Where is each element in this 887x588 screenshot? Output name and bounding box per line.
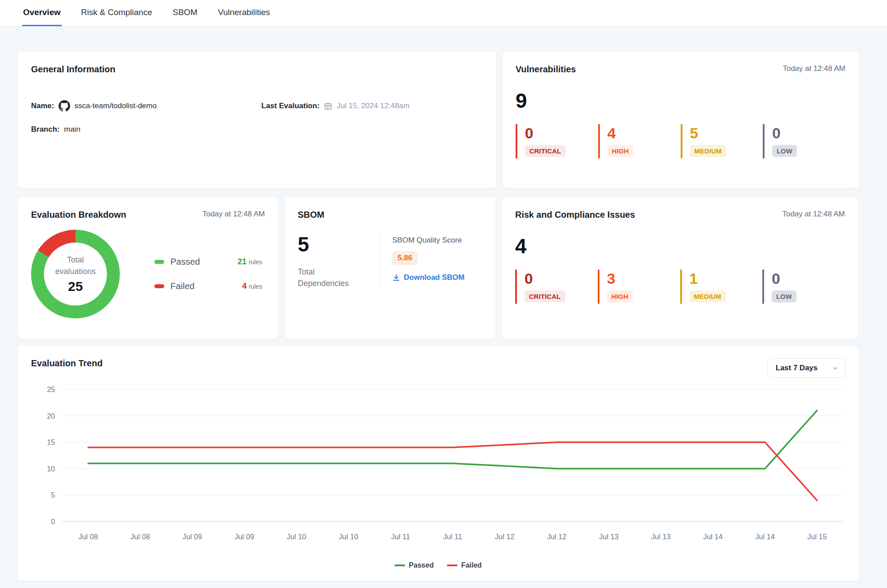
tab-overview[interactable]: Overview bbox=[22, 0, 62, 26]
download-sbom-label: Download SBOM bbox=[404, 273, 465, 282]
medium-badge: MEDIUM bbox=[690, 145, 726, 157]
date-range-value: Last 7 Days bbox=[776, 364, 818, 372]
general-information-title: General Information bbox=[31, 64, 115, 74]
calendar-icon bbox=[324, 102, 332, 110]
dashboard-page: Overview Risk & Compliance SBOM Vulnerab… bbox=[0, 0, 887, 588]
passed-label: Passed bbox=[170, 257, 200, 267]
last-evaluation-label: Last Evaluation: bbox=[261, 102, 319, 110]
last-evaluation-value: Jul 15, 2024 12:48am bbox=[337, 102, 410, 110]
risk-compliance-timestamp: Today at 12:48 AM bbox=[782, 210, 845, 219]
vulnerabilities-severity-row: 0 CRITICAL 4 HIGH 5 MEDIUM 0 LOW bbox=[516, 124, 845, 158]
sbom-quality-score-label: SBOM Quality Score bbox=[392, 236, 465, 245]
tab-sbom[interactable]: SBOM bbox=[172, 0, 198, 26]
general-information-card: General Information Name: ssca-team/todo… bbox=[18, 52, 496, 188]
evaluation-trend-chart: 0510152025Jul 08Jul 08Jul 09Jul 09Jul 10… bbox=[31, 383, 845, 561]
svg-text:Jul 14: Jul 14 bbox=[703, 533, 723, 541]
tab-vulnerabilities[interactable]: Vulnerabilities bbox=[217, 0, 271, 26]
risk-compliance-title: Risk and Compliance Issues bbox=[515, 210, 635, 220]
evaluation-trend-title: Evaluation Trend bbox=[31, 358, 102, 368]
last-evaluation-row: Last Evaluation: Jul 15, 2024 bbox=[261, 100, 483, 112]
legend-row-failed: Failed 4 rules bbox=[154, 281, 262, 291]
evaluation-breakdown-card: Evaluation Breakdown Today at 12:48 AM T… bbox=[18, 197, 278, 339]
failed-line-swatch bbox=[447, 564, 457, 566]
svg-text:Jul 11: Jul 11 bbox=[391, 533, 410, 541]
failed-swatch bbox=[154, 284, 164, 288]
download-icon bbox=[392, 274, 400, 282]
date-range-dropdown[interactable]: Last 7 Days bbox=[767, 358, 845, 378]
trend-legend-failed[interactable]: Failed bbox=[447, 561, 481, 569]
svg-text:25: 25 bbox=[47, 385, 55, 393]
vulnerabilities-timestamp: Today at 12:48 AM bbox=[783, 64, 845, 73]
name-label: Name: bbox=[31, 102, 54, 110]
failed-rule-count: 4 bbox=[242, 282, 247, 291]
legend-row-passed: Passed 21 rules bbox=[154, 257, 262, 267]
low-count: 0 bbox=[772, 125, 845, 141]
risk-high-badge: HIGH bbox=[607, 290, 633, 302]
branch-value: main bbox=[64, 125, 80, 134]
svg-text:Jul 14: Jul 14 bbox=[755, 533, 775, 541]
donut-center-label: Total evaluations bbox=[47, 254, 104, 277]
evaluation-trend-card: Evaluation Trend Last 7 Days 0510152025J… bbox=[18, 346, 859, 581]
high-count: 4 bbox=[607, 125, 681, 141]
repo-name-value: ssca-team/todolist-demo bbox=[75, 102, 157, 110]
trend-legend-passed[interactable]: Passed bbox=[394, 561, 434, 569]
risk-compliance-card: Risk and Compliance Issues Today at 12:4… bbox=[502, 197, 858, 339]
svg-text:20: 20 bbox=[47, 412, 55, 420]
risk-critical-count: 0 bbox=[524, 271, 598, 286]
svg-text:Jul 10: Jul 10 bbox=[287, 533, 306, 541]
chevron-down-icon bbox=[832, 365, 839, 372]
svg-text:5: 5 bbox=[51, 491, 55, 499]
failed-rule-unit: rules bbox=[249, 283, 262, 290]
failed-label: Failed bbox=[170, 281, 194, 291]
passed-line-swatch bbox=[394, 564, 405, 566]
risk-critical-badge: CRITICAL bbox=[524, 290, 565, 302]
tab-risk-compliance[interactable]: Risk & Compliance bbox=[80, 0, 154, 26]
svg-text:Jul 09: Jul 09 bbox=[235, 533, 254, 541]
high-badge: HIGH bbox=[607, 145, 633, 157]
svg-text:10: 10 bbox=[47, 465, 55, 473]
trend-passed-label: Passed bbox=[409, 561, 434, 569]
svg-text:15: 15 bbox=[47, 438, 55, 446]
svg-text:Jul 12: Jul 12 bbox=[495, 533, 514, 541]
risk-low-badge: LOW bbox=[772, 290, 796, 302]
risk-severity-low: 0 LOW bbox=[762, 270, 845, 304]
severity-medium: 5 MEDIUM bbox=[681, 124, 763, 158]
vulnerabilities-title: Vulnerabilities bbox=[516, 64, 576, 74]
donut-center: Total evaluations 25 bbox=[31, 230, 120, 318]
svg-text:Jul 08: Jul 08 bbox=[130, 533, 150, 541]
total-dependencies-value: 5 bbox=[298, 234, 379, 255]
evaluation-breakdown-timestamp: Today at 12:48 AM bbox=[202, 210, 265, 219]
critical-count: 0 bbox=[525, 125, 598, 141]
github-icon bbox=[59, 100, 70, 112]
branch-row: Branch: main bbox=[31, 125, 261, 134]
svg-text:Jul 13: Jul 13 bbox=[599, 533, 619, 541]
svg-text:Jul 12: Jul 12 bbox=[547, 533, 567, 541]
repo-name-row: Name: ssca-team/todolist-demo bbox=[31, 100, 261, 112]
evaluation-breakdown-title: Evaluation Breakdown bbox=[31, 210, 126, 220]
download-sbom-link[interactable]: Download SBOM bbox=[392, 273, 465, 282]
passed-swatch bbox=[154, 260, 164, 264]
passed-rule-count: 21 bbox=[238, 257, 247, 267]
svg-text:Jul 08: Jul 08 bbox=[79, 533, 98, 541]
severity-critical: 0 CRITICAL bbox=[516, 124, 598, 158]
svg-text:Jul 10: Jul 10 bbox=[339, 533, 358, 541]
risk-severity-row: 0 CRITICAL 3 HIGH 1 MEDIUM 0 LOW bbox=[515, 270, 845, 304]
tab-bar: Overview Risk & Compliance SBOM Vulnerab… bbox=[0, 0, 887, 27]
svg-text:Jul 11: Jul 11 bbox=[443, 533, 462, 541]
total-dependencies-label: Total Dependencies bbox=[298, 266, 355, 289]
donut-total-value: 25 bbox=[68, 279, 83, 294]
evaluations-donut-chart: Total evaluations 25 bbox=[31, 230, 120, 318]
medium-count: 5 bbox=[690, 125, 763, 141]
risk-compliance-total: 4 bbox=[515, 236, 845, 256]
evaluation-breakdown-legend: Passed 21 rules Failed 4 rules bbox=[154, 257, 265, 291]
trend-failed-label: Failed bbox=[461, 561, 481, 569]
risk-severity-critical: 0 CRITICAL bbox=[515, 270, 598, 304]
risk-severity-high: 3 HIGH bbox=[598, 270, 680, 304]
risk-low-count: 0 bbox=[772, 271, 845, 286]
low-badge: LOW bbox=[772, 145, 797, 157]
passed-rule-unit: rules bbox=[249, 259, 262, 266]
risk-high-count: 3 bbox=[607, 271, 680, 286]
risk-medium-count: 1 bbox=[690, 271, 763, 286]
severity-low: 0 LOW bbox=[763, 124, 845, 158]
evaluation-trend-legend: Passed Failed bbox=[31, 561, 845, 569]
